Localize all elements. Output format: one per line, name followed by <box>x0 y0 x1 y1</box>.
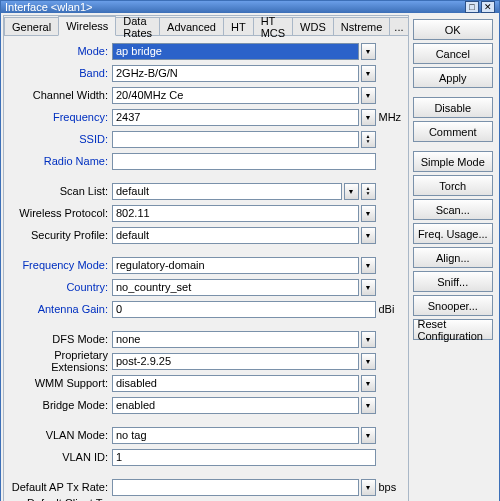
tab-ht-mcs[interactable]: HT MCS <box>253 17 293 35</box>
row-freq: Frequency:2437MHz <box>4 108 402 126</box>
tab-data-rates[interactable]: Data Rates <box>115 17 160 35</box>
label-antgain: Antenna Gain: <box>4 303 112 315</box>
input-antgain[interactable]: 0 <box>112 301 376 318</box>
comment-button[interactable]: Comment <box>413 121 494 142</box>
dropdown-freq-icon[interactable] <box>361 109 376 126</box>
minimize-icon[interactable]: □ <box>465 1 479 13</box>
simple-button[interactable]: Simple Mode <box>413 151 494 172</box>
field-country: no_country_set <box>112 279 376 296</box>
titlebar-buttons: □ ✕ <box>465 1 495 13</box>
sniff-button[interactable]: Sniff... <box>413 271 494 292</box>
row-ssid: SSID:▲▼ <box>4 130 402 148</box>
ok-button[interactable]: OK <box>413 19 494 40</box>
input-country[interactable]: no_country_set <box>112 279 359 296</box>
dropdown-band-icon[interactable] <box>361 65 376 82</box>
window-title: Interface <wlan1> <box>5 1 92 13</box>
dropdown-mode-icon[interactable] <box>361 43 376 60</box>
tab-wireless[interactable]: Wireless <box>58 16 116 36</box>
stepper-scanlist-icon[interactable]: ▲▼ <box>361 183 376 200</box>
torch-button[interactable]: Torch <box>413 175 494 196</box>
close-icon[interactable]: ✕ <box>481 1 495 13</box>
input-bridge[interactable]: enabled <box>112 397 359 414</box>
field-antgain: 0 <box>112 301 376 318</box>
input-secprof[interactable]: default <box>112 227 359 244</box>
dropdown-scanlist-icon[interactable] <box>344 183 359 200</box>
input-wproto[interactable]: 802.11 <box>112 205 359 222</box>
field-ssid: ▲▼ <box>112 131 376 148</box>
tab-wds[interactable]: WDS <box>292 17 334 35</box>
dropdown-wmm-icon[interactable] <box>361 375 376 392</box>
row-wproto: Wireless Protocol:802.11 <box>4 204 402 222</box>
label-freqmode: Frequency Mode: <box>4 259 112 271</box>
dropdown-freqmode-icon[interactable] <box>361 257 376 274</box>
button-column: OKCancelApplyDisableCommentSimple ModeTo… <box>411 15 498 501</box>
tab-ht[interactable]: HT <box>223 17 254 35</box>
tab-advanced[interactable]: Advanced <box>159 17 224 35</box>
input-freq[interactable]: 2437 <box>112 109 359 126</box>
dropdown-propext-icon[interactable] <box>361 353 376 370</box>
field-propext: post-2.9.25 <box>112 353 376 370</box>
row-mode: Mode:ap bridge <box>4 42 402 60</box>
unit-antgain: dBi <box>376 303 402 315</box>
label-chwidth: Channel Width: <box>4 89 112 101</box>
label-mode: Mode: <box>4 45 112 57</box>
row-scanlist: Scan List:default▲▼ <box>4 182 402 200</box>
align-button[interactable]: Align... <box>413 247 494 268</box>
tab-more[interactable]: ... <box>389 17 408 35</box>
dropdown-wproto-icon[interactable] <box>361 205 376 222</box>
reset-button[interactable]: Reset Configuration <box>413 319 494 340</box>
apply-button[interactable]: Apply <box>413 67 494 88</box>
snooper-button[interactable]: Snooper... <box>413 295 494 316</box>
input-defap[interactable] <box>112 479 359 496</box>
label-defap: Default AP Tx Rate: <box>4 481 112 493</box>
dropdown-dfs-icon[interactable] <box>361 331 376 348</box>
input-mode[interactable]: ap bridge <box>112 43 359 60</box>
dropdown-chwidth-icon[interactable] <box>361 87 376 104</box>
field-mode: ap bridge <box>112 43 376 60</box>
field-dfs: none <box>112 331 376 348</box>
cancel-button[interactable]: Cancel <box>413 43 494 64</box>
dropdown-defap-icon[interactable]: ▾ <box>361 479 376 496</box>
input-wmm[interactable]: disabled <box>112 375 359 392</box>
label-band: Band: <box>4 67 112 79</box>
row-propext: Proprietary Extensions:post-2.9.25 <box>4 352 402 370</box>
input-propext[interactable]: post-2.9.25 <box>112 353 359 370</box>
stepper-ssid-icon[interactable]: ▲▼ <box>361 131 376 148</box>
label-dfs: DFS Mode: <box>4 333 112 345</box>
unit-freq: MHz <box>376 111 402 123</box>
frequsage-button[interactable]: Freq. Usage... <box>413 223 494 244</box>
input-band[interactable]: 2GHz-B/G/N <box>112 65 359 82</box>
row-chwidth: Channel Width:20/40MHz Ce <box>4 86 402 104</box>
disable-button[interactable]: Disable <box>413 97 494 118</box>
label-wmm: WMM Support: <box>4 377 112 389</box>
field-bridge: enabled <box>112 397 376 414</box>
input-ssid[interactable] <box>112 131 359 148</box>
input-chwidth[interactable]: 20/40MHz Ce <box>112 87 359 104</box>
field-freq: 2437 <box>112 109 376 126</box>
unit-defap: bps <box>376 481 402 493</box>
field-secprof: default <box>112 227 376 244</box>
dropdown-bridge-icon[interactable] <box>361 397 376 414</box>
row-secprof: Security Profile:default <box>4 226 402 244</box>
tab-nstreme[interactable]: Nstreme <box>333 17 391 35</box>
row-country: Country:no_country_set <box>4 278 402 296</box>
row-wmm: WMM Support:disabled <box>4 374 402 392</box>
input-freqmode[interactable]: regulatory-domain <box>112 257 359 274</box>
input-vlanmode[interactable]: no tag <box>112 427 359 444</box>
input-dfs[interactable]: none <box>112 331 359 348</box>
dropdown-vlanmode-icon[interactable] <box>361 427 376 444</box>
scan-button[interactable]: Scan... <box>413 199 494 220</box>
field-radio <box>112 153 376 170</box>
dropdown-secprof-icon[interactable] <box>361 227 376 244</box>
interface-window: Interface <wlan1> □ ✕ GeneralWirelessDat… <box>0 0 500 501</box>
label-wproto: Wireless Protocol: <box>4 207 112 219</box>
row-radio: Radio Name: <box>4 152 402 170</box>
input-scanlist[interactable]: default <box>112 183 342 200</box>
tab-general[interactable]: General <box>4 17 59 35</box>
input-radio[interactable] <box>112 153 376 170</box>
label-propext: Proprietary Extensions: <box>4 349 112 373</box>
label-vlanmode: VLAN Mode: <box>4 429 112 441</box>
input-vlanid[interactable]: 1 <box>112 449 376 466</box>
field-freqmode: regulatory-domain <box>112 257 376 274</box>
dropdown-country-icon[interactable] <box>361 279 376 296</box>
